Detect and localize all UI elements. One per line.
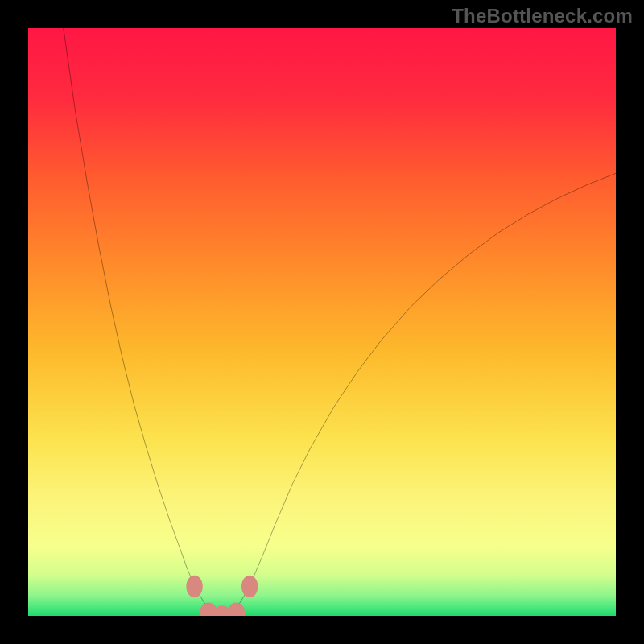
chart-background bbox=[28, 28, 616, 616]
chart-container: TheBottleneck.com bbox=[0, 0, 644, 644]
watermark-text: TheBottleneck.com bbox=[452, 5, 633, 27]
marker-left-upper bbox=[186, 576, 202, 598]
bottleneck-chart bbox=[28, 28, 616, 616]
marker-right-upper bbox=[242, 576, 258, 598]
